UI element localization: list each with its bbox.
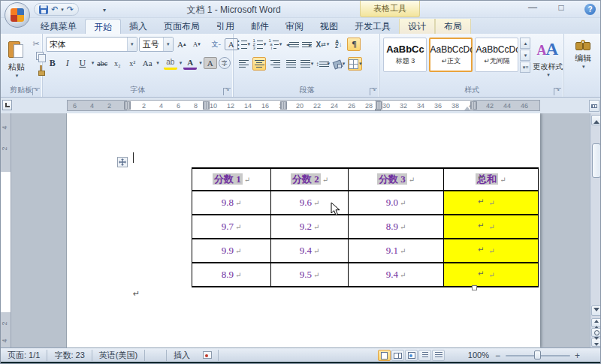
horizontal-ruler[interactable]: 6422468101214161820222426283032343638404… (67, 100, 540, 111)
outline-view-button[interactable] (418, 350, 431, 361)
character-shading-button[interactable]: A (204, 57, 217, 69)
table-column-marker[interactable] (280, 101, 287, 110)
page-indicator[interactable]: 页面: 1/1 (1, 350, 47, 361)
clipboard-dialog-launcher[interactable] (32, 88, 40, 95)
tab-审阅[interactable]: 审阅 (277, 19, 312, 34)
undo-dropdown-icon[interactable]: ▾ (61, 7, 64, 13)
font-color-dropdown-icon[interactable]: ▾ (199, 60, 202, 66)
bold-button[interactable]: B (46, 56, 59, 70)
underline-dropdown-icon[interactable]: ▾ (92, 60, 95, 66)
score-cell[interactable]: 9.4↵ (271, 239, 349, 263)
table-column-marker[interactable] (203, 101, 210, 110)
score-cell[interactable]: 8.9↵ (192, 263, 271, 287)
scroll-down-button[interactable] (591, 305, 601, 316)
minimize-button[interactable]: — (527, 2, 539, 13)
style-card-1[interactable]: AaBbCcDc↵正文 (429, 38, 473, 72)
copy-icon[interactable] (31, 52, 41, 62)
draft-view-button[interactable] (432, 350, 445, 361)
enclose-characters-button[interactable]: 字 (219, 57, 231, 69)
tab-selector-button[interactable] (2, 100, 12, 110)
grow-font-button[interactable]: A▴ (175, 38, 189, 51)
save-icon[interactable] (39, 5, 48, 14)
maximize-button[interactable]: □ (555, 2, 567, 13)
vertical-scrollbar[interactable] (590, 113, 601, 347)
tab-页面布局[interactable]: 页面布局 (156, 19, 208, 34)
score-cell[interactable]: 9.5↵ (271, 263, 349, 287)
tab-邮件[interactable]: 邮件 (243, 19, 277, 34)
sort-button[interactable]: AZ↓ (331, 38, 345, 51)
change-case-dropdown-icon[interactable]: ▾ (156, 60, 159, 66)
align-right-button[interactable] (268, 57, 282, 71)
previous-page-button[interactable] (591, 318, 601, 327)
web-layout-view-button[interactable] (405, 350, 418, 361)
style-card-2[interactable]: AaBbCcDc↵无间隔 (475, 38, 518, 72)
score-cell[interactable]: 9.0↵ (349, 191, 444, 215)
asian-layout-button[interactable]: X⇄▾ (316, 38, 329, 51)
table-column-marker[interactable] (470, 101, 477, 110)
underline-button[interactable]: U (76, 56, 89, 70)
table-resize-handle[interactable] (472, 285, 477, 290)
tab-设计[interactable]: 设计 (399, 19, 435, 34)
shrink-font-button[interactable]: A▾ (190, 38, 204, 51)
zoom-in-button[interactable]: + (575, 350, 580, 361)
paragraph-dialog-launcher[interactable] (370, 88, 377, 95)
align-left-button[interactable] (237, 57, 250, 71)
show-hide-marks-button[interactable]: ¶ (347, 38, 361, 51)
styles-dialog-launcher[interactable] (554, 88, 561, 95)
table-move-handle[interactable] (117, 157, 128, 167)
language-indicator[interactable]: 英语(美国) (92, 350, 145, 361)
score-cell[interactable]: 9.7↵ (192, 215, 271, 239)
score-cell[interactable]: 9.9↵ (192, 239, 271, 263)
font-name-combo[interactable]: 宋体 ▾ (46, 37, 137, 52)
document-page[interactable]: 分数 1↵分数 2↵分数 3↵总和↵9.8↵9.6↵9.0↵↵9.7↵9.2↵8… (67, 113, 540, 347)
font-size-dropdown-icon[interactable]: ▾ (163, 38, 173, 51)
distribute-button[interactable]: ▾ (300, 57, 313, 71)
tab-开始[interactable]: 开始 (85, 19, 121, 34)
tab-经典菜单[interactable]: 经典菜单 (32, 19, 85, 34)
macro-record-icon[interactable] (203, 351, 212, 359)
zoom-out-button[interactable]: − (495, 350, 500, 361)
header-cell-分数 3[interactable]: 分数 3↵ (349, 168, 444, 191)
sum-cell[interactable]: ↵ (444, 239, 539, 263)
print-layout-view-button[interactable] (378, 350, 391, 361)
line-spacing-button[interactable]: ↕▾ (316, 57, 330, 71)
phonetic-guide-button[interactable]: 文~ (210, 38, 223, 51)
tab-插入[interactable]: 插入 (121, 19, 156, 34)
header-cell-总和[interactable]: 总和↵ (444, 168, 539, 191)
tab-布局[interactable]: 布局 (435, 19, 471, 34)
table-column-marker[interactable] (376, 101, 382, 110)
qat-customize-icon[interactable]: ▾ (103, 7, 106, 14)
score-cell[interactable]: 8.9↵ (349, 215, 444, 239)
superscript-button[interactable]: x² (125, 56, 139, 70)
score-cell[interactable]: 9.4↵ (349, 263, 444, 287)
font-dialog-launcher[interactable] (223, 88, 231, 95)
tab-开发工具[interactable]: 开发工具 (346, 19, 399, 34)
redo-icon[interactable]: ↷ (67, 4, 74, 15)
score-cell[interactable]: 9.2↵ (271, 215, 349, 239)
insert-mode-indicator[interactable]: 插入 (166, 350, 197, 361)
zoom-slider-thumb[interactable] (534, 350, 541, 359)
numbering-button[interactable]: 123▾ (252, 38, 266, 51)
bullets-button[interactable]: •••▾ (237, 38, 250, 51)
score-cell[interactable]: 9.8↵ (192, 191, 271, 215)
cut-icon[interactable]: ✂ (31, 38, 41, 49)
sum-cell[interactable]: ↵ (444, 191, 539, 215)
sum-cell[interactable]: ↵ (444, 263, 539, 287)
select-browse-object-button[interactable] (591, 328, 601, 337)
zoom-level[interactable]: 100% (458, 350, 489, 359)
office-button[interactable] (5, 2, 30, 28)
style-card-0[interactable]: AaBbCc标题 3 (383, 38, 427, 72)
fullscreen-reading-view-button[interactable] (391, 350, 404, 361)
font-color-button[interactable]: A (183, 56, 197, 70)
tab-视图[interactable]: 视图 (312, 19, 346, 34)
tab-引用[interactable]: 引用 (208, 19, 243, 34)
sum-cell[interactable]: ↵ (444, 215, 539, 239)
style-scroll-down-button[interactable]: ▾ (520, 50, 530, 61)
ruler-toggle-button[interactable] (589, 100, 599, 112)
style-gallery-expand-button[interactable]: ▾≡ (520, 62, 530, 73)
text-highlight-dropdown-icon[interactable]: ▾ (180, 60, 183, 66)
scrollbar-thumb[interactable] (592, 143, 601, 178)
decrease-indent-button[interactable]: ◂ (284, 38, 297, 51)
score-cell[interactable]: 9.1↵ (349, 239, 444, 263)
change-styles-button[interactable]: AA 更改样式 ▾ (532, 35, 563, 83)
